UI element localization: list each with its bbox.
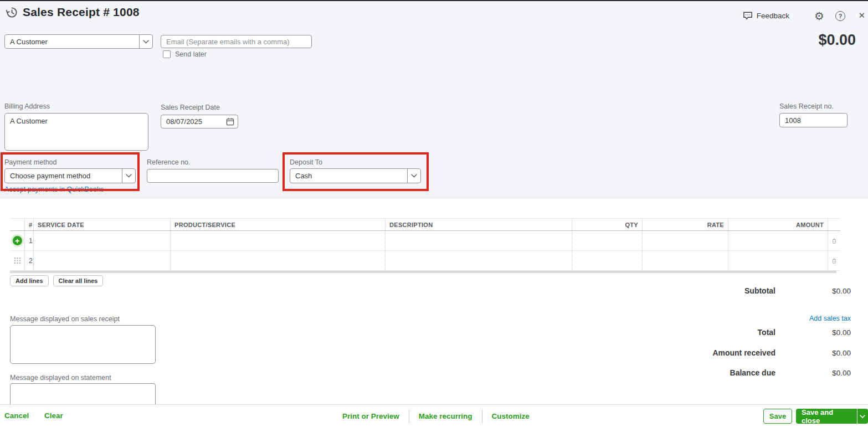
reference-no-input[interactable]: [147, 169, 279, 183]
statement-message-label: Message displayed on statement: [10, 374, 111, 382]
col-header-service-date: SERVICE DATE: [33, 219, 170, 230]
balance-due-row: Balance due $0.00: [730, 368, 851, 377]
table-bottom-bar: [10, 271, 836, 273]
product-service-cell[interactable]: [170, 251, 385, 270]
line-items-table: # SERVICE DATE PRODUCT/SERVICE DESCRIPTI…: [10, 218, 840, 273]
deposit-to-label: Deposit To: [290, 158, 322, 166]
save-options-chevron-icon[interactable]: [857, 409, 868, 424]
description-cell[interactable]: [385, 251, 572, 270]
accept-payments-link[interactable]: Accept payments in QuickBooks: [4, 186, 104, 193]
save-and-close-label: Save and close: [796, 409, 857, 424]
footer-bar: Cancel Clear Print or Preview Make recur…: [0, 404, 868, 427]
total-row: Total $0.00: [758, 328, 851, 337]
sales-receipt-window: Sales Receipt # 1008 Feedback ⚙ ? ✕ $0.0…: [0, 0, 868, 427]
col-header-amount: AMOUNT: [728, 219, 828, 230]
close-icon[interactable]: ✕: [858, 11, 865, 20]
table-row[interactable]: + 1: [10, 231, 840, 251]
divider: [409, 410, 409, 423]
customize-button[interactable]: Customize: [492, 412, 530, 420]
feedback-bubble-icon: [743, 11, 753, 20]
add-lines-button[interactable]: Add lines: [10, 275, 49, 286]
line-buttons: Add lines Clear all lines: [10, 275, 103, 286]
add-row-icon[interactable]: +: [13, 236, 22, 245]
footer-center-actions: Print or Preview Make recurring Customiz…: [342, 405, 530, 427]
row-number: 2: [24, 251, 33, 270]
balance-due-value: $0.00: [775, 369, 851, 377]
print-or-preview-button[interactable]: Print or Preview: [342, 412, 399, 420]
customer-select-value: A Customer: [5, 35, 139, 48]
payment-method-select[interactable]: Choose payment method: [4, 168, 136, 183]
col-header-qty: QTY: [572, 219, 642, 230]
trash-icon[interactable]: [828, 251, 840, 270]
receipt-no-label: Sales Receipt no.: [779, 102, 834, 110]
chevron-down-icon[interactable]: [407, 169, 420, 183]
clear-all-lines-button[interactable]: Clear all lines: [53, 275, 104, 286]
receipt-message-textarea[interactable]: [10, 325, 156, 364]
feedback-button[interactable]: Feedback: [743, 11, 789, 20]
save-button[interactable]: Save: [763, 409, 792, 424]
rate-cell[interactable]: [642, 231, 728, 250]
balance-due-label: Balance due: [730, 368, 775, 377]
send-later-wrap: Send later: [163, 50, 207, 58]
calendar-icon[interactable]: [226, 117, 234, 126]
receipt-no-input[interactable]: [779, 113, 848, 127]
help-icon[interactable]: ?: [835, 11, 845, 21]
rate-cell[interactable]: [642, 251, 728, 270]
cancel-button[interactable]: Cancel: [4, 411, 29, 420]
make-recurring-button[interactable]: Make recurring: [419, 412, 472, 420]
chevron-down-icon[interactable]: [139, 35, 152, 48]
col-header-num: #: [24, 219, 33, 230]
payment-method-label: Payment method: [4, 158, 57, 166]
deposit-to-select[interactable]: Cash: [290, 168, 421, 183]
row-number: 1: [24, 231, 33, 250]
qty-cell[interactable]: [572, 251, 642, 270]
description-cell[interactable]: [385, 231, 572, 250]
col-header-product-service: PRODUCT/SERVICE: [170, 219, 385, 230]
feedback-label: Feedback: [757, 12, 789, 20]
trash-icon[interactable]: [828, 231, 840, 250]
send-later-label: Send later: [175, 50, 207, 58]
subtotal-row: Subtotal $0.00: [744, 286, 851, 295]
subtotal-value: $0.00: [775, 287, 851, 295]
service-date-cell[interactable]: [33, 231, 170, 250]
col-header-rate: RATE: [642, 219, 728, 230]
payment-method-value: Choose payment method: [5, 169, 122, 183]
amount-received-row: Amount received $0.00: [712, 348, 851, 357]
table-row[interactable]: 2: [10, 251, 840, 271]
amount-received-label: Amount received: [712, 348, 775, 357]
qty-cell[interactable]: [572, 231, 642, 250]
amount-cell[interactable]: [728, 231, 828, 250]
total-label: Total: [758, 328, 775, 337]
total-amount-display: $0.00: [818, 32, 856, 49]
drag-handle-icon[interactable]: [14, 257, 21, 264]
chevron-down-icon[interactable]: [122, 169, 135, 183]
service-date-cell[interactable]: [33, 251, 170, 270]
billing-address-textarea[interactable]: A Customer: [4, 113, 148, 151]
reference-no-label: Reference no.: [147, 158, 191, 166]
billing-address-label: Billing Address: [4, 102, 50, 110]
email-input[interactable]: [161, 35, 312, 48]
gear-icon[interactable]: ⚙: [814, 10, 824, 22]
receipt-form-header-section: Sales Receipt # 1008 Feedback ⚙ ? ✕ $0.0…: [0, 0, 868, 198]
deposit-to-value: Cash: [290, 169, 407, 183]
amount-cell[interactable]: [728, 251, 828, 270]
receipt-message-label: Message displayed on sales receipt: [10, 315, 120, 323]
save-and-close-button[interactable]: Save and close: [796, 409, 868, 424]
send-later-checkbox[interactable]: [163, 50, 171, 58]
receipt-date-label: Sales Receipt Date: [161, 104, 220, 111]
header-actions: Feedback ⚙ ? ✕: [0, 10, 868, 23]
add-sales-tax-link[interactable]: Add sales tax: [809, 315, 851, 322]
divider: [482, 410, 482, 423]
clear-button[interactable]: Clear: [44, 411, 63, 420]
amount-received-value: $0.00: [775, 349, 851, 357]
total-value: $0.00: [775, 328, 851, 337]
product-service-cell[interactable]: [170, 231, 385, 250]
subtotal-label: Subtotal: [744, 286, 775, 295]
col-header-description: DESCRIPTION: [385, 219, 572, 230]
table-header-row: # SERVICE DATE PRODUCT/SERVICE DESCRIPTI…: [10, 218, 840, 231]
statement-message-textarea[interactable]: [10, 383, 156, 405]
customer-select[interactable]: A Customer: [4, 34, 153, 49]
